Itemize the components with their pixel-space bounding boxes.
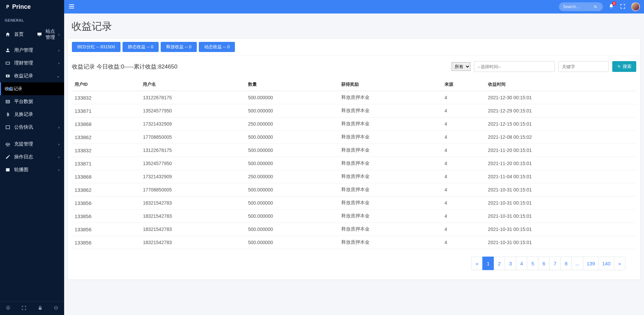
fullscreen-icon bbox=[620, 3, 626, 9]
filter-row: 收益记录 今日收益:0-----累计收益:824650 所有 搜索 bbox=[68, 56, 640, 75]
page-6[interactable]: 6 bbox=[538, 257, 549, 270]
page-140[interactable]: 140 bbox=[598, 257, 614, 270]
table-row: 13383213122678175500.000000释放质押本金42021-1… bbox=[72, 144, 636, 157]
edit-icon bbox=[5, 154, 11, 160]
table-cell: 4 bbox=[442, 104, 485, 117]
nav-notice[interactable]: 公告快讯 › bbox=[0, 121, 64, 134]
table-cell: 2021-10-31 00:15:01 bbox=[485, 196, 636, 210]
chevron-right-icon: › bbox=[58, 33, 59, 36]
table-row: 13383213122678175500.000000释放质押本金42021-1… bbox=[72, 91, 636, 104]
pill-static[interactable]: 静态收益 -- 0 bbox=[123, 42, 159, 52]
nav-finance[interactable]: 理财管理 › bbox=[0, 57, 64, 70]
table-cell: 500.000000 bbox=[245, 104, 339, 117]
nav-income[interactable]: 收益记录 ⌄ bbox=[0, 70, 64, 82]
table-row: 13386217708850005500.000000释放质押本金42021-1… bbox=[72, 183, 636, 196]
filter-keyword-input[interactable] bbox=[558, 61, 609, 72]
page-title: 收益记录 bbox=[64, 14, 644, 38]
sidebar-nav: 首页 站点管理 › 用户管理 › 理财管理 › 收益记录 ⌄ 收益记录 bbox=[0, 25, 64, 285]
page-2[interactable]: 2 bbox=[493, 257, 505, 270]
brand-text: Prince bbox=[12, 3, 31, 10]
pill-bed[interactable]: BED分红 -- 831500 bbox=[72, 42, 120, 52]
table-cell: 2021-12-29 00:15:01 bbox=[485, 104, 636, 117]
pagination: «12345678...139140» bbox=[68, 249, 640, 280]
topbar: 0 bbox=[64, 0, 644, 14]
nav-home[interactable]: 首页 bbox=[0, 25, 32, 44]
search-icon bbox=[593, 5, 598, 9]
page-prev[interactable]: « bbox=[471, 257, 483, 270]
table-cell: 133862 bbox=[72, 131, 140, 144]
table-cell: 500.000000 bbox=[245, 157, 339, 170]
content-card: BED分红 -- 831500 静态收益 -- 0 释放收益 -- 0 动态收益… bbox=[68, 38, 641, 280]
nav-notice-label: 公告快讯 bbox=[14, 124, 33, 130]
table-row: 13387113524577950500.000000释放质押本金42021-1… bbox=[72, 157, 636, 170]
pill-release[interactable]: 释放收益 -- 0 bbox=[161, 42, 197, 52]
search-input[interactable] bbox=[563, 4, 593, 9]
table-cell: 2021-10-31 00:15:01 bbox=[485, 236, 636, 249]
page-8[interactable]: 8 bbox=[560, 257, 572, 270]
filter-time-input[interactable] bbox=[474, 61, 555, 72]
nav-platform-label: 平台数据 bbox=[14, 99, 33, 105]
nav-site[interactable]: 站点管理 › bbox=[32, 25, 64, 44]
nav-deposit[interactable]: 充提管理 › bbox=[0, 138, 64, 151]
pill-dynamic[interactable]: 动态收益 -- 0 bbox=[199, 42, 235, 52]
nav-platform[interactable]: 平台数据 bbox=[0, 95, 64, 108]
table-cell: 17708850005 bbox=[140, 131, 245, 144]
nav-finance-label: 理财管理 bbox=[14, 60, 33, 66]
search-button[interactable]: 搜索 bbox=[612, 61, 636, 72]
page-3[interactable]: 3 bbox=[505, 257, 516, 270]
table-cell: 释放质押本金 bbox=[339, 196, 442, 210]
table-cell: 4 bbox=[442, 117, 485, 131]
table-cell: 500.000000 bbox=[245, 223, 339, 236]
summary-pills: BED分红 -- 831500 静态收益 -- 0 释放收益 -- 0 动态收益… bbox=[68, 38, 640, 55]
nav-oplog[interactable]: 操作日志 › bbox=[0, 151, 64, 163]
filter-type-select[interactable]: 所有 bbox=[452, 62, 471, 71]
bitcoin-icon bbox=[5, 112, 11, 117]
data-icon bbox=[5, 99, 11, 104]
nav-exchange[interactable]: 兑换记录 bbox=[0, 108, 64, 121]
page-ellipsis[interactable]: ... bbox=[571, 257, 583, 270]
nav-carousel[interactable]: 轮播图 › bbox=[0, 163, 64, 176]
table-cell: 释放质押本金 bbox=[339, 144, 442, 157]
nav-user[interactable]: 用户管理 › bbox=[0, 44, 64, 57]
table-cell: 500.000000 bbox=[245, 183, 339, 196]
nav-income-label: 收益记录 bbox=[14, 73, 33, 79]
table-cell: 250.000000 bbox=[245, 117, 339, 131]
table-cell: 133856 bbox=[72, 210, 140, 223]
table-cell: 释放质押本金 bbox=[339, 223, 442, 236]
sidebar: Prince GENERAL 首页 站点管理 › 用户管理 › 理财管理 › bbox=[0, 0, 64, 285]
avatar[interactable] bbox=[631, 2, 640, 11]
nav-income-records[interactable]: 收益记录 bbox=[0, 82, 64, 95]
table-cell: 13524577950 bbox=[140, 104, 245, 117]
table-cell: 17321432909 bbox=[140, 170, 245, 183]
page-7[interactable]: 7 bbox=[549, 257, 561, 270]
page-next[interactable]: » bbox=[614, 257, 625, 270]
chevron-right-icon: › bbox=[58, 168, 59, 172]
table-cell: 500.000000 bbox=[245, 210, 339, 223]
page-5[interactable]: 5 bbox=[527, 257, 538, 270]
table-cell: 2021-11-20 00:15:01 bbox=[485, 144, 636, 157]
column-header: 获得奖励 bbox=[339, 78, 442, 91]
nav-user-label: 用户管理 bbox=[14, 47, 33, 53]
page-1[interactable]: 1 bbox=[482, 257, 494, 270]
fullscreen-button[interactable] bbox=[620, 3, 626, 10]
page-139[interactable]: 139 bbox=[583, 257, 599, 270]
table-cell: 500.000000 bbox=[245, 91, 339, 104]
table-cell: 4 bbox=[442, 196, 485, 210]
table-cell: 133871 bbox=[72, 104, 140, 117]
brand-logo[interactable]: Prince bbox=[0, 0, 64, 14]
hamburger-icon[interactable] bbox=[68, 3, 75, 11]
user-icon bbox=[5, 48, 11, 53]
search-icon bbox=[617, 64, 621, 69]
search-button-label: 搜索 bbox=[623, 63, 632, 70]
column-header: 数量 bbox=[245, 78, 339, 91]
table-cell: 17321432909 bbox=[140, 117, 245, 131]
table-cell: 500.000000 bbox=[245, 236, 339, 249]
nav-oplog-label: 操作日志 bbox=[14, 154, 33, 160]
page-4[interactable]: 4 bbox=[516, 257, 527, 270]
table-cell: 500.000000 bbox=[245, 144, 339, 157]
global-search[interactable] bbox=[559, 2, 603, 11]
table-cell: 释放质押本金 bbox=[339, 91, 442, 104]
table-row: 13385618321542783500.000000释放质押本金42021-1… bbox=[72, 223, 636, 236]
chevron-right-icon: › bbox=[58, 126, 59, 129]
notifications-button[interactable]: 0 bbox=[608, 3, 614, 10]
